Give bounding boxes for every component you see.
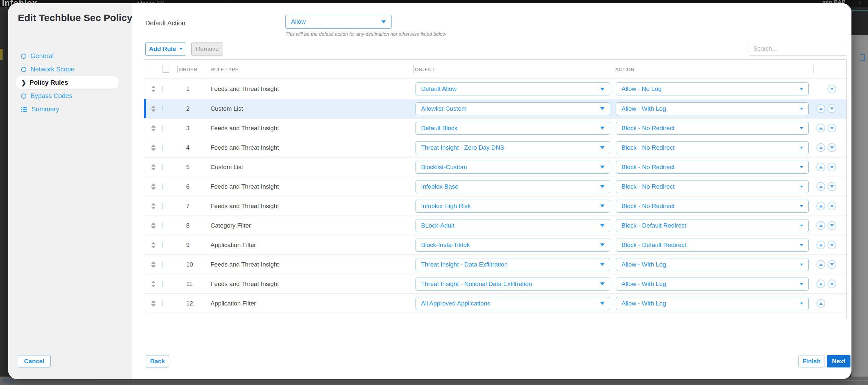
drag-handle-icon[interactable] [151, 242, 156, 248]
move-down-button[interactable] [828, 85, 836, 93]
move-up-button[interactable] [816, 124, 825, 132]
row-checkbox[interactable] [162, 281, 163, 287]
sidebar-item-general[interactable]: General [8, 49, 132, 63]
drag-handle-icon[interactable] [151, 261, 156, 268]
sidebar-item-policy-rules[interactable]: ❯ Policy Rules [16, 76, 119, 89]
row-checkbox[interactable] [162, 183, 163, 189]
sidebar-item-bypass-codes[interactable]: Bypass Codes [8, 89, 132, 102]
row-checkbox[interactable] [162, 242, 163, 248]
action-select[interactable]: Allow - No Log [616, 83, 809, 95]
drag-handle-icon[interactable] [151, 125, 156, 131]
move-up-button[interactable] [816, 202, 825, 210]
drag-handle-icon[interactable] [151, 106, 156, 112]
move-up-button[interactable] [816, 299, 825, 308]
action-select[interactable]: Block - No Redirect [616, 180, 809, 193]
action-select[interactable]: Allow - With Log [616, 258, 809, 271]
order-value: 8 [178, 222, 209, 229]
move-down-button[interactable] [828, 221, 836, 230]
help-link[interactable]: Help [2, 378, 14, 384]
action-select[interactable]: Allow - With Log [616, 102, 809, 115]
table-row[interactable]: 11 Feeds and Threat Insight Threat Insig… [144, 274, 846, 293]
action-select[interactable]: Block - No Redirect [616, 141, 809, 154]
table-row[interactable]: 2 Custom List Allowlist-Custom Allow - W… [144, 99, 846, 118]
row-checkbox[interactable] [162, 106, 163, 112]
next-button[interactable]: Next [827, 355, 850, 367]
drag-handle-icon[interactable] [151, 203, 156, 209]
move-down-button[interactable] [828, 143, 836, 152]
object-select[interactable]: Default Allow [415, 83, 610, 95]
select-all-checkbox[interactable] [162, 66, 169, 73]
action-select[interactable]: Block - Default Redirect [616, 239, 809, 251]
table-row[interactable]: 6 Feeds and Threat Insight Infoblox Base… [144, 177, 846, 196]
move-down-button[interactable] [828, 182, 836, 191]
move-down-button[interactable] [828, 279, 836, 288]
move-up-button[interactable] [816, 162, 825, 171]
row-checkbox[interactable] [162, 223, 163, 229]
action-value: Block - No Redirect [621, 144, 800, 151]
object-select[interactable]: All Approved Applications [415, 297, 610, 310]
row-checkbox[interactable] [162, 300, 163, 306]
move-up-button[interactable] [816, 260, 825, 269]
object-select[interactable]: Blocklist-Custom [415, 161, 610, 174]
object-select[interactable]: Threat Insight - Data Exfiltration [415, 258, 610, 271]
row-checkbox[interactable] [162, 86, 163, 92]
move-up-button[interactable] [816, 241, 825, 249]
default-action-select[interactable]: Allow [285, 15, 392, 29]
remove-button[interactable]: Remove [191, 42, 223, 56]
row-checkbox[interactable] [162, 144, 163, 151]
action-select[interactable]: Allow - With Log [616, 277, 809, 291]
sidebar-item-network-scope[interactable]: Network Scope [8, 63, 132, 76]
action-select[interactable]: Block - No Redirect [616, 122, 809, 135]
table-row[interactable]: 4 Feeds and Threat Insight Threat Insigh… [144, 138, 846, 157]
table-row[interactable]: 8 Category Filter BLock-Adult Block - De… [144, 215, 846, 235]
object-select[interactable]: BLock-Adult [415, 219, 610, 232]
table-row[interactable]: 5 Custom List Blocklist-Custom Block - N… [144, 157, 846, 177]
move-down-button[interactable] [828, 241, 836, 249]
move-up-button[interactable] [816, 182, 825, 191]
drag-handle-icon[interactable] [151, 164, 156, 171]
table-row[interactable]: 9 Application Filter Block-Insta-Tiktok … [144, 235, 846, 255]
move-down-button[interactable] [828, 162, 836, 171]
row-checkbox[interactable] [162, 261, 163, 267]
finish-button[interactable]: Finish [798, 355, 825, 367]
table-row[interactable]: 10 Feeds and Threat Insight Threat Insig… [144, 255, 846, 274]
row-checkbox[interactable] [162, 164, 163, 170]
object-select[interactable]: Allowlist-Custom [415, 102, 610, 115]
action-select[interactable]: Allow - With Log [616, 297, 809, 310]
move-up-button[interactable] [816, 279, 825, 288]
object-select[interactable]: Default Block [415, 122, 610, 135]
move-up-button[interactable] [816, 143, 825, 152]
action-select[interactable]: Block - No Redirect [616, 200, 809, 213]
object-select[interactable]: Infoblox Base [415, 180, 610, 193]
cancel-button[interactable]: Cancel [18, 355, 51, 367]
table-row[interactable]: 7 Feeds and Threat Insight Infoblox High… [144, 196, 846, 215]
default-action-helper: This will be the default action for any … [285, 31, 446, 37]
move-down-button[interactable] [828, 124, 836, 132]
object-select[interactable]: Threat Insight - Zero Day DNS [415, 141, 610, 154]
drag-handle-icon[interactable] [151, 300, 156, 307]
drag-handle-icon[interactable] [151, 281, 156, 287]
drag-handle-icon[interactable] [151, 223, 156, 229]
row-checkbox[interactable] [162, 125, 163, 131]
table-row[interactable]: 3 Feeds and Threat Insight Default Block… [144, 118, 846, 138]
object-select[interactable]: Block-Insta-Tiktok [415, 239, 610, 251]
table-row[interactable]: 12 Application Filter All Approved Appli… [144, 293, 846, 313]
drag-handle-icon[interactable] [151, 86, 156, 92]
back-button[interactable]: Back [146, 355, 169, 367]
sidebar-item-summary[interactable]: Summary [8, 102, 132, 116]
action-select[interactable]: Block - No Redirect [616, 161, 809, 174]
move-down-button[interactable] [828, 260, 836, 269]
move-down-button[interactable] [828, 202, 836, 210]
move-down-button[interactable] [828, 104, 836, 113]
row-checkbox[interactable] [162, 203, 163, 209]
drag-handle-icon[interactable] [151, 144, 156, 151]
move-up-button[interactable] [816, 104, 825, 113]
action-select[interactable]: Block - Default Redirect [616, 219, 809, 232]
drag-handle-icon[interactable] [151, 183, 156, 190]
add-rule-button[interactable]: Add Rule [145, 42, 186, 56]
move-up-button[interactable] [816, 221, 825, 230]
table-row[interactable]: 1 Feeds and Threat Insight Default Allow… [144, 79, 846, 99]
search-input[interactable] [749, 42, 847, 56]
object-select[interactable]: Threat Insight - Notional Data Exfiltrat… [415, 277, 610, 291]
object-select[interactable]: Infoblox High Risk [415, 200, 610, 213]
